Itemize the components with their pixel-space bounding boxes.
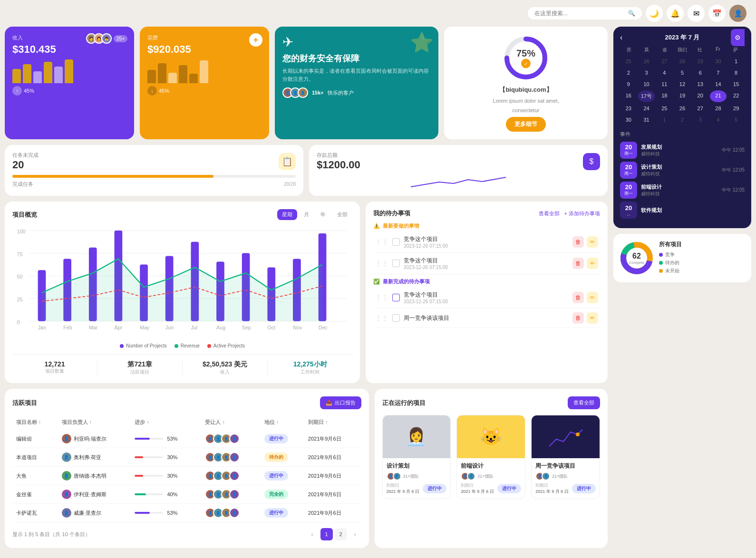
cal-prev-button[interactable]: ‹ [620,33,622,42]
running-footer-3: 到期日 2021 年 9 月 6 日 进行中 [535,482,596,495]
circle-percent: 75% [516,48,535,59]
cal-cell[interactable]: 28 [710,103,727,114]
cal-header-wrap: ‹ 2023 年 7 月 › ⚙ [620,33,745,42]
cal-cell[interactable]: 25 [620,56,637,67]
todo-check-1[interactable] [392,238,400,246]
cal-cell[interactable]: 30 [620,115,637,125]
next-page-button[interactable]: › [349,528,361,540]
cal-cell[interactable]: 17号 [638,90,655,102]
cal-cell[interactable]: 18 [656,90,673,102]
todo-edit-2[interactable]: ✏ [587,258,598,269]
cal-cell[interactable]: 10 [638,79,655,89]
running-team-3: 21+团队 [552,473,568,480]
cal-cell[interactable]: 6 [692,67,709,78]
cal-cell[interactable]: 26 [638,56,655,67]
cal-cell[interactable]: 16 [620,90,637,102]
cal-settings-button[interactable]: ⚙ [731,29,745,46]
table-row: 编辑侦 👤 利亚呜·瑞查尔 53% [12,430,361,448]
cal-cell[interactable]: 8 [727,67,745,78]
tab-all[interactable]: 全部 [332,209,352,220]
donut-card: 62 Compete 所有项目 竞争 待办的 未开始 [613,234,751,282]
cal-cell[interactable]: 29 [692,56,709,67]
event-time-1: 中午 12:05 [722,147,745,154]
notification-button[interactable]: 🔔 [667,5,684,22]
todo-delete-2[interactable]: 🗑 [572,258,584,269]
cal-cell[interactable]: 1 [727,56,745,67]
cal-cell[interactable]: 19 [674,90,691,102]
todo-delete-1[interactable]: 🗑 [572,236,584,248]
user-avatar[interactable]: 👤 [729,5,746,22]
cell-manager-5: 👤 威廉·里查尔 [58,504,131,522]
running-team-2: 21+团队 [477,473,493,480]
cal-cell[interactable]: 23 [620,103,637,114]
cal-cell[interactable]: 5 [727,115,745,125]
cal-cell[interactable]: 3 [692,115,709,125]
cal-cell-today[interactable]: 21 [710,90,727,102]
todo-edit-4[interactable]: ✏ [587,312,598,324]
search-box[interactable]: 🔍 [528,7,642,19]
theme-toggle-button[interactable]: 🌙 [646,5,663,22]
cal-cell[interactable]: 1 [656,115,673,125]
cal-cell[interactable]: 13 [692,79,709,89]
cal-day-we: 我们 [673,47,691,53]
cal-cell[interactable]: 4 [710,115,727,125]
export-report-button[interactable]: 📤 出口报告 [320,396,361,409]
cal-cell[interactable]: 25 [656,103,673,114]
todo-delete-3[interactable]: 🗑 [572,292,584,303]
cal-cell[interactable]: 12 [674,79,691,89]
cal-cell[interactable]: 15 [727,79,745,89]
cell-status-1: 进行中 [261,430,304,448]
cal-cell[interactable]: 3 [638,67,655,78]
cal-cell[interactable]: 2 [674,115,691,125]
cal-cell[interactable]: 9 [620,79,637,89]
svg-text:Apr: Apr [115,325,123,331]
cal-cell[interactable]: 2 [620,67,637,78]
tab-year[interactable]: 年 [316,209,330,220]
todo-delete-4[interactable]: 🗑 [572,312,584,324]
cal-cell[interactable]: 11 [656,79,673,89]
cal-cell[interactable]: 24 [638,103,655,114]
cal-cell[interactable]: 7 [710,67,727,78]
cal-cell[interactable]: 14 [710,79,727,89]
svg-text:Feb: Feb [63,325,72,331]
cal-cell[interactable]: 29 [727,103,745,114]
calendar-button[interactable]: 📅 [708,5,726,22]
todo-add-link[interactable]: + 添加待办事项 [564,210,600,217]
cal-day-tu: 途 [656,47,673,53]
right-panel: ‹ 2023 年 7 月 › ⚙ 苏 莫 途 我们 社 Fr 萨 25 26 2… [613,27,751,548]
tab-week[interactable]: 星期 [277,209,297,220]
todo-check-4[interactable] [392,314,400,322]
cal-day-mo: 莫 [638,47,655,53]
more-detail-button[interactable]: 更多细节 [506,117,546,132]
prev-page-button[interactable]: ‹ [306,528,319,540]
col-name: 项目名称 ↑ [12,415,58,430]
view-all-button[interactable]: 查看全部 [568,396,600,409]
cal-cell[interactable]: 30 [710,56,727,67]
cal-cell[interactable]: 27 [692,103,709,114]
todo-check-3[interactable] [392,294,400,301]
cal-cell[interactable]: 28 [674,56,691,67]
search-input[interactable] [534,10,624,17]
page-1-button[interactable]: 1 [320,528,333,540]
cal-cell[interactable]: 27 [656,56,673,67]
todo-check-2[interactable] [392,260,400,267]
todo-text-4: 周一竞争谈该项目 [404,314,569,322]
tab-month[interactable]: 月 [299,209,314,220]
cal-cell[interactable]: 22 [727,90,745,102]
cal-cell[interactable]: 26 [674,103,691,114]
mail-button[interactable]: ✉ [688,5,705,22]
todo-view-all-link[interactable]: 查看全部 [539,210,560,217]
cal-cell[interactable]: 4 [656,67,673,78]
cal-cell[interactable]: 31 [638,115,655,125]
running-due-val-1: 2021 年 9 月 6 日 [387,489,420,495]
pagination-info: 显示 1 到 5 条目（共 10 个条目） [12,531,90,538]
todo-edit-3[interactable]: ✏ [587,292,598,303]
running-due-label-2: 到期日 [461,482,494,489]
chart-stats: 12,721 项目数量 第721章 活跃项目 $2,50,523 美元 收入 1… [12,354,352,375]
cal-cell[interactable]: 5 [674,67,691,78]
running-thumb-1: 👩‍💼 [383,415,451,458]
page-2-button[interactable]: 2 [335,528,347,540]
cal-cell[interactable]: 20 [692,90,709,102]
todo-edit-1[interactable]: ✏ [587,236,598,248]
cell-progress-1: 53% [131,430,201,448]
